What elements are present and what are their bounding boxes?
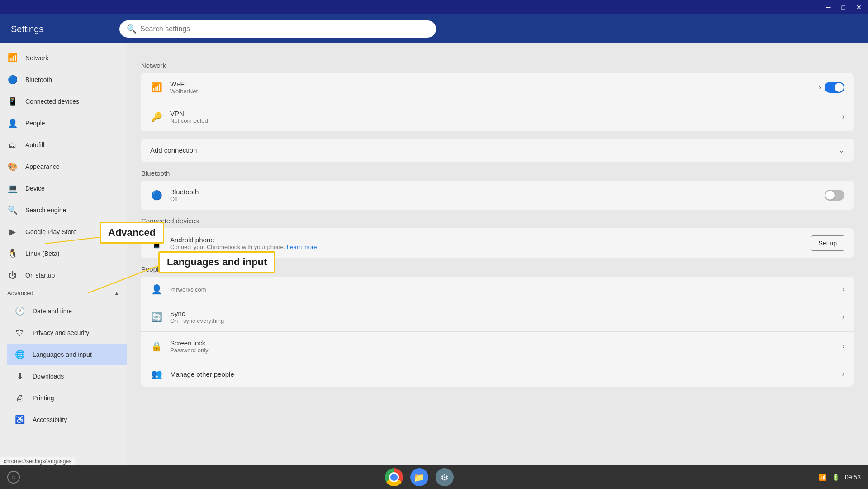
- manage-people-chevron-icon: ›: [842, 370, 844, 378]
- learn-more-link[interactable]: Learn more: [287, 244, 317, 250]
- sidebar-item-on-startup[interactable]: ⏻ On startup: [0, 264, 127, 286]
- status-url: chrome://settings/languages: [0, 457, 75, 465]
- sidebar-item-device[interactable]: 💻 Device: [0, 177, 127, 199]
- vpn-row[interactable]: 🔑 VPN Not connected ›: [141, 102, 854, 131]
- sidebar-item-label: Bluetooth: [25, 76, 52, 83]
- sidebar-item-search-engine[interactable]: 🔍 Search engine: [0, 199, 127, 221]
- account-email: @rworks.com: [170, 286, 835, 293]
- sidebar-item-languages[interactable]: 🌐 Languages and input: [7, 344, 127, 365]
- sidebar-item-privacy[interactable]: 🛡 Privacy and security: [7, 322, 127, 344]
- sidebar-item-bluetooth[interactable]: 🔵 Bluetooth: [0, 69, 127, 91]
- bluetooth-card: 🔵 Bluetooth Off: [141, 181, 854, 210]
- manage-people-label: Manage other people: [170, 370, 835, 378]
- network-section-title: Network: [141, 62, 854, 69]
- sidebar-item-printing[interactable]: 🖨 Printing: [7, 387, 127, 409]
- battery-icon: 🔋: [832, 474, 840, 481]
- account-icon: 👤: [150, 284, 163, 295]
- search-engine-icon: 🔍: [7, 205, 18, 215]
- taskbar-right: 📶 🔋 09:53: [819, 474, 861, 481]
- advanced-annotation: Advanced: [100, 222, 164, 244]
- people-card: 👤 @rworks.com › 🔄 Sync On - sync everyth…: [141, 277, 854, 387]
- sidebar-item-linux[interactable]: 🐧 Linux (Beta): [0, 243, 127, 264]
- sync-row[interactable]: 🔄 Sync On - sync everything ›: [141, 302, 854, 332]
- date-time-icon: 🕐: [14, 306, 25, 316]
- bluetooth-toggle[interactable]: [825, 190, 844, 201]
- taskbar-center: 📁 ⚙: [385, 468, 454, 486]
- vpn-chevron-icon: ›: [842, 113, 844, 121]
- wifi-row[interactable]: 📶 Wi-Fi WolberNet ›: [141, 73, 854, 102]
- header: Settings 🔍: [0, 14, 868, 43]
- search-icon: 🔍: [127, 24, 137, 34]
- sidebar-item-label: Network: [25, 54, 48, 62]
- wifi-network-name: WolberNet: [170, 88, 811, 95]
- advanced-chevron-icon: ▲: [114, 290, 119, 297]
- accessibility-icon: ♿: [14, 415, 25, 425]
- device-icon: 💻: [7, 183, 18, 193]
- bluetooth-status: Off: [170, 196, 817, 202]
- taskbar: ○ 📁 ⚙ 📶 🔋 09:53: [0, 465, 868, 489]
- search-input[interactable]: [140, 25, 429, 33]
- clock: 09:53: [845, 474, 861, 481]
- screen-lock-chevron-icon: ›: [842, 342, 844, 350]
- bluetooth-row[interactable]: 🔵 Bluetooth Off: [141, 181, 854, 210]
- sidebar-item-connected-devices[interactable]: 📱 Connected devices: [0, 91, 127, 112]
- android-phone-label: Android phone: [170, 236, 804, 244]
- sidebar-item-downloads[interactable]: ⬇ Downloads: [7, 365, 127, 387]
- settings-app[interactable]: ⚙: [436, 468, 454, 486]
- privacy-icon: 🛡: [14, 328, 25, 338]
- android-phone-sub: Connect your Chromebook with your phone.…: [170, 244, 804, 250]
- setup-button[interactable]: Set up: [811, 235, 844, 251]
- sidebar-item-date-time[interactable]: 🕐 Date and time: [7, 300, 127, 322]
- appearance-icon: 🎨: [7, 162, 18, 172]
- sidebar-item-label: Linux (Beta): [25, 250, 59, 257]
- sidebar-item-label: Connected devices: [25, 98, 79, 105]
- add-connection-label: Add connection: [150, 146, 831, 154]
- sidebar-item-appearance[interactable]: 🎨 Appearance: [0, 156, 127, 177]
- sidebar-item-accessibility[interactable]: ♿ Accessibility: [7, 409, 127, 431]
- wifi-status-icon: 📶: [819, 474, 826, 481]
- wifi-icon: 📶: [150, 82, 163, 93]
- screen-lock-row[interactable]: 🔒 Screen lock Password only ›: [141, 332, 854, 361]
- sidebar-item-network[interactable]: 📶 Network: [0, 47, 127, 69]
- chrome-app[interactable]: [385, 468, 403, 486]
- bluetooth-section-title: Bluetooth: [141, 169, 854, 177]
- close-button[interactable]: ✕: [854, 3, 864, 12]
- vpn-label: VPN: [170, 110, 835, 117]
- settings-gear-icon: ⚙: [436, 468, 454, 486]
- maximize-button[interactable]: □: [839, 3, 848, 12]
- advanced-section-toggle[interactable]: Advanced ▲: [0, 286, 127, 300]
- screen-lock-icon: 🔒: [150, 341, 163, 352]
- linux-icon: 🐧: [7, 249, 18, 259]
- sync-label: Sync: [170, 310, 835, 317]
- taskbar-launcher[interactable]: ○: [7, 471, 20, 484]
- sidebar-item-people[interactable]: 👤 People: [0, 112, 127, 134]
- launcher-icon: ○: [11, 473, 16, 481]
- sidebar-item-autofill[interactable]: 🗂 Autofill: [0, 134, 127, 156]
- manage-people-row[interactable]: 👥 Manage other people ›: [141, 361, 854, 387]
- advanced-section-label: Advanced: [7, 290, 33, 297]
- sidebar-item-label: Accessibility: [33, 416, 67, 423]
- sidebar-item-label: Autofill: [25, 141, 44, 149]
- downloads-icon: ⬇: [14, 371, 25, 381]
- account-row[interactable]: 👤 @rworks.com ›: [141, 277, 854, 302]
- screen-lock-label: Screen lock: [170, 339, 835, 347]
- minimize-button[interactable]: ─: [824, 3, 834, 12]
- bluetooth-icon: 🔵: [7, 75, 18, 85]
- sidebar-item-label: Google Play Store: [25, 228, 77, 235]
- sidebar-item-label: Appearance: [25, 163, 60, 170]
- sidebar-item-label: Date and time: [33, 307, 72, 315]
- wifi-toggle[interactable]: [825, 82, 844, 93]
- sidebar-item-label: People: [25, 120, 45, 127]
- sidebar-item-label: On startup: [25, 272, 55, 279]
- bluetooth-label: Bluetooth: [170, 188, 817, 196]
- files-app[interactable]: 📁: [410, 468, 428, 486]
- sidebar: 📶 Network 🔵 Bluetooth 📱 Connected device…: [0, 43, 127, 465]
- sidebar-item-label: Languages and input: [33, 351, 92, 358]
- title-bar: ─ □ ✕: [0, 0, 868, 14]
- network-icon: 📶: [7, 53, 18, 63]
- files-icon: 📁: [410, 468, 428, 486]
- sync-chevron-icon: ›: [842, 313, 844, 321]
- printing-icon: 🖨: [14, 393, 25, 403]
- search-bar[interactable]: 🔍: [119, 20, 436, 38]
- add-connection-row[interactable]: Add connection ⌄: [141, 139, 854, 162]
